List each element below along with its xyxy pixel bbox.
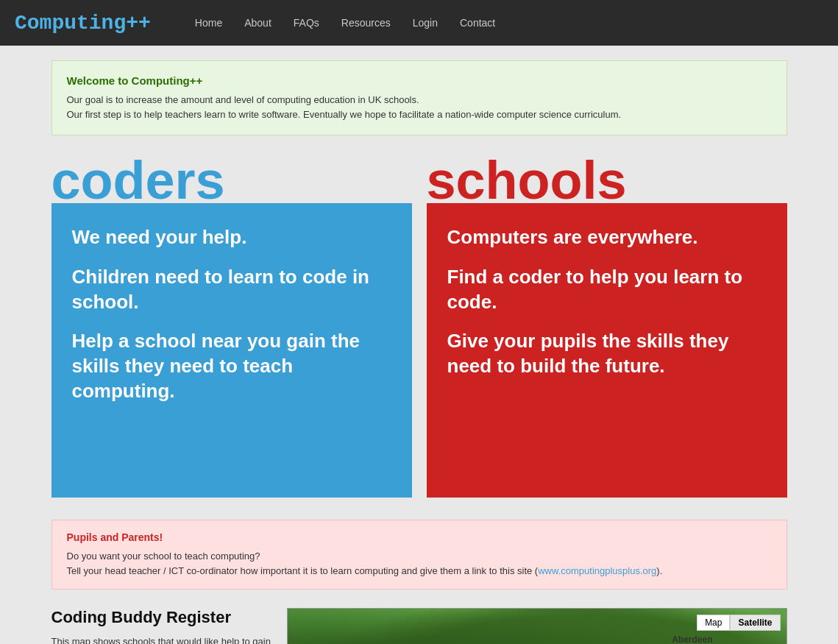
coders-box: We need your help. Children need to lear… (52, 203, 412, 498)
welcome-line2: Our first step is to help teachers learn… (67, 107, 772, 122)
logo-text: Computing++ (15, 12, 151, 35)
nav-home[interactable]: Home (195, 17, 222, 29)
welcome-banner: Welcome to Computing++ Our goal is to in… (52, 60, 787, 135)
schools-line2: Find a coder to help you learn to code. (447, 265, 767, 315)
nav-contact[interactable]: Contact (460, 17, 495, 29)
map-controls: Map Satellite (697, 615, 780, 631)
coding-buddy-section: Coding Buddy Register This map shows sch… (52, 608, 787, 644)
schools-line3: Give your pupils the skills they need to… (447, 329, 767, 379)
nav-faqs[interactable]: FAQs (294, 17, 319, 29)
pupils-line1: Do you want your school to teach computi… (67, 549, 772, 564)
map-city-label: Aberdeen (672, 634, 712, 644)
coders-column: coders We need your help. Children need … (52, 154, 412, 498)
pupils-link[interactable]: www.computingplusplus.org (538, 565, 656, 576)
pupils-line2-post: ). (656, 565, 662, 576)
schools-line1: Computers are everywhere. (447, 225, 767, 250)
nav-about[interactable]: About (244, 17, 271, 29)
pupils-title: Pupils and Parents! (67, 531, 772, 543)
map-button[interactable]: Map (697, 615, 730, 631)
coders-title: coders (52, 154, 412, 207)
map-container[interactable]: Map Satellite Aberdeen (287, 608, 787, 644)
pupils-banner: Pupils and Parents! Do you want your sch… (52, 520, 787, 590)
coders-line1: We need your help. (72, 225, 391, 250)
main-nav: Home About FAQs Resources Login Contact (195, 17, 495, 29)
site-logo[interactable]: Computing++ (15, 12, 151, 35)
nav-login[interactable]: Login (413, 17, 438, 29)
nav-resources[interactable]: Resources (341, 17, 391, 29)
pupils-line2: Tell your head teacher / ICT co-ordinato… (67, 564, 772, 578)
coders-line2: Children need to learn to code in school… (72, 265, 391, 315)
site-header: Computing++ Home About FAQs Resources Lo… (0, 0, 838, 46)
coders-line3: Help a school near you gain the skills t… (72, 329, 391, 403)
pupils-line2-pre: Tell your head teacher / ICT co-ordinato… (67, 565, 539, 576)
schools-box: Computers are everywhere. Find a coder t… (427, 203, 787, 498)
coding-buddy-description: This map shows schools that would like h… (52, 634, 272, 644)
coding-buddy-title: Coding Buddy Register (52, 608, 272, 627)
welcome-title: Welcome to Computing++ (67, 74, 772, 87)
main-content: Welcome to Computing++ Our goal is to in… (52, 46, 787, 644)
schools-title: schools (427, 154, 787, 207)
welcome-line1: Our goal is to increase the amount and l… (67, 93, 772, 107)
satellite-button[interactable]: Satellite (730, 615, 780, 631)
schools-column: schools Computers are everywhere. Find a… (427, 154, 787, 498)
coding-buddy-text: Coding Buddy Register This map shows sch… (52, 608, 272, 644)
hero-section: coders We need your help. Children need … (52, 154, 787, 498)
